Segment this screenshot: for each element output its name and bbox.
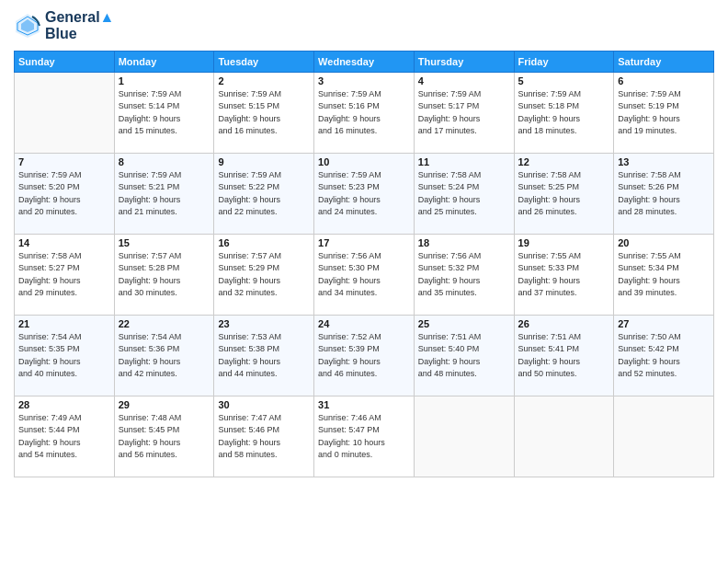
calendar-cell: 20Sunrise: 7:55 AMSunset: 5:34 PMDayligh… — [614, 234, 714, 315]
weekday-saturday: Saturday — [614, 51, 714, 72]
calendar-cell: 16Sunrise: 7:57 AMSunset: 5:29 PMDayligh… — [214, 234, 314, 315]
day-info: Sunrise: 7:52 AMSunset: 5:39 PMDaylight:… — [318, 331, 410, 381]
day-info: Sunrise: 7:59 AMSunset: 5:18 PMDaylight:… — [518, 88, 610, 138]
logo-text: General▲ Blue — [45, 9, 114, 43]
weekday-friday: Friday — [514, 51, 614, 72]
calendar-cell — [614, 396, 714, 477]
calendar-cell: 13Sunrise: 7:58 AMSunset: 5:26 PMDayligh… — [614, 153, 714, 234]
day-info: Sunrise: 7:58 AMSunset: 5:25 PMDaylight:… — [518, 169, 610, 219]
day-info: Sunrise: 7:47 AMSunset: 5:46 PMDaylight:… — [218, 412, 310, 462]
day-info: Sunrise: 7:59 AMSunset: 5:21 PMDaylight:… — [119, 169, 210, 219]
day-info: Sunrise: 7:55 AMSunset: 5:33 PMDaylight:… — [518, 250, 610, 300]
day-number: 30 — [218, 399, 310, 410]
logo: General▲ Blue — [14, 9, 114, 43]
day-info: Sunrise: 7:58 AMSunset: 5:26 PMDaylight:… — [618, 169, 710, 219]
day-info: Sunrise: 7:59 AMSunset: 5:17 PMDaylight:… — [418, 88, 510, 138]
calendar-cell: 25Sunrise: 7:51 AMSunset: 5:40 PMDayligh… — [414, 315, 514, 396]
day-info: Sunrise: 7:59 AMSunset: 5:14 PMDaylight:… — [119, 88, 210, 138]
day-info: Sunrise: 7:59 AMSunset: 5:22 PMDaylight:… — [218, 169, 310, 219]
day-number: 17 — [318, 237, 410, 248]
day-number: 2 — [218, 75, 310, 86]
calendar-cell: 31Sunrise: 7:46 AMSunset: 5:47 PMDayligh… — [314, 396, 415, 477]
calendar-cell: 7Sunrise: 7:59 AMSunset: 5:20 PMDaylight… — [15, 153, 115, 234]
day-number: 5 — [518, 75, 610, 86]
calendar-cell — [514, 396, 614, 477]
day-number: 15 — [119, 237, 210, 248]
day-info: Sunrise: 7:49 AMSunset: 5:44 PMDaylight:… — [18, 412, 110, 462]
day-info: Sunrise: 7:51 AMSunset: 5:41 PMDaylight:… — [518, 331, 610, 381]
day-number: 10 — [318, 156, 410, 167]
day-info: Sunrise: 7:59 AMSunset: 5:20 PMDaylight:… — [18, 169, 110, 219]
calendar-cell: 12Sunrise: 7:58 AMSunset: 5:25 PMDayligh… — [514, 153, 614, 234]
week-row-4: 21Sunrise: 7:54 AMSunset: 5:35 PMDayligh… — [15, 315, 714, 396]
day-number: 3 — [318, 75, 410, 86]
calendar-cell: 6Sunrise: 7:59 AMSunset: 5:19 PMDaylight… — [614, 72, 714, 153]
day-number: 25 — [418, 318, 510, 329]
calendar-cell: 28Sunrise: 7:49 AMSunset: 5:44 PMDayligh… — [15, 396, 115, 477]
calendar-table: SundayMondayTuesdayWednesdayThursdayFrid… — [14, 51, 714, 477]
calendar-page: General▲ Blue SundayMondayTuesdayWednesd… — [0, 0, 728, 563]
day-info: Sunrise: 7:58 AMSunset: 5:24 PMDaylight:… — [418, 169, 510, 219]
day-number: 1 — [119, 75, 210, 86]
calendar-cell: 29Sunrise: 7:48 AMSunset: 5:45 PMDayligh… — [114, 396, 214, 477]
calendar-cell: 3Sunrise: 7:59 AMSunset: 5:16 PMDaylight… — [314, 72, 415, 153]
calendar-cell: 26Sunrise: 7:51 AMSunset: 5:41 PMDayligh… — [514, 315, 614, 396]
day-number: 31 — [318, 399, 410, 410]
day-number: 7 — [18, 156, 110, 167]
weekday-tuesday: Tuesday — [214, 51, 314, 72]
calendar-cell: 30Sunrise: 7:47 AMSunset: 5:46 PMDayligh… — [214, 396, 314, 477]
weekday-wednesday: Wednesday — [314, 51, 415, 72]
week-row-1: 1Sunrise: 7:59 AMSunset: 5:14 PMDaylight… — [15, 72, 714, 153]
day-info: Sunrise: 7:54 AMSunset: 5:36 PMDaylight:… — [119, 331, 210, 381]
day-number: 24 — [318, 318, 410, 329]
day-number: 27 — [618, 318, 710, 329]
day-info: Sunrise: 7:56 AMSunset: 5:30 PMDaylight:… — [318, 250, 410, 300]
calendar-cell: 15Sunrise: 7:57 AMSunset: 5:28 PMDayligh… — [114, 234, 214, 315]
day-info: Sunrise: 7:53 AMSunset: 5:38 PMDaylight:… — [218, 331, 310, 381]
week-row-3: 14Sunrise: 7:58 AMSunset: 5:27 PMDayligh… — [15, 234, 714, 315]
calendar-cell: 24Sunrise: 7:52 AMSunset: 5:39 PMDayligh… — [314, 315, 415, 396]
calendar-cell: 21Sunrise: 7:54 AMSunset: 5:35 PMDayligh… — [15, 315, 115, 396]
calendar-cell: 23Sunrise: 7:53 AMSunset: 5:38 PMDayligh… — [214, 315, 314, 396]
calendar-cell: 9Sunrise: 7:59 AMSunset: 5:22 PMDaylight… — [214, 153, 314, 234]
day-info: Sunrise: 7:50 AMSunset: 5:42 PMDaylight:… — [618, 331, 710, 381]
day-info: Sunrise: 7:58 AMSunset: 5:27 PMDaylight:… — [18, 250, 110, 300]
day-number: 19 — [518, 237, 610, 248]
calendar-cell — [414, 396, 514, 477]
day-number: 29 — [119, 399, 210, 410]
day-info: Sunrise: 7:46 AMSunset: 5:47 PMDaylight:… — [318, 412, 410, 462]
day-number: 9 — [218, 156, 310, 167]
day-info: Sunrise: 7:57 AMSunset: 5:28 PMDaylight:… — [119, 250, 210, 300]
day-number: 6 — [618, 75, 710, 86]
day-number: 23 — [218, 318, 310, 329]
day-number: 26 — [518, 318, 610, 329]
weekday-monday: Monday — [114, 51, 214, 72]
calendar-cell: 10Sunrise: 7:59 AMSunset: 5:23 PMDayligh… — [314, 153, 415, 234]
calendar-cell: 18Sunrise: 7:56 AMSunset: 5:32 PMDayligh… — [414, 234, 514, 315]
day-number: 18 — [418, 237, 510, 248]
day-info: Sunrise: 7:59 AMSunset: 5:16 PMDaylight:… — [318, 88, 410, 138]
calendar-cell: 11Sunrise: 7:58 AMSunset: 5:24 PMDayligh… — [414, 153, 514, 234]
day-number: 20 — [618, 237, 710, 248]
day-info: Sunrise: 7:59 AMSunset: 5:23 PMDaylight:… — [318, 169, 410, 219]
day-info: Sunrise: 7:51 AMSunset: 5:40 PMDaylight:… — [418, 331, 510, 381]
day-number: 4 — [418, 75, 510, 86]
calendar-cell: 27Sunrise: 7:50 AMSunset: 5:42 PMDayligh… — [614, 315, 714, 396]
weekday-header-row: SundayMondayTuesdayWednesdayThursdayFrid… — [15, 51, 714, 72]
week-row-5: 28Sunrise: 7:49 AMSunset: 5:44 PMDayligh… — [15, 396, 714, 477]
day-number: 8 — [119, 156, 210, 167]
day-number: 13 — [618, 156, 710, 167]
day-info: Sunrise: 7:56 AMSunset: 5:32 PMDaylight:… — [418, 250, 510, 300]
weekday-sunday: Sunday — [15, 51, 115, 72]
day-number: 28 — [18, 399, 110, 410]
calendar-cell: 22Sunrise: 7:54 AMSunset: 5:36 PMDayligh… — [114, 315, 214, 396]
calendar-cell: 4Sunrise: 7:59 AMSunset: 5:17 PMDaylight… — [414, 72, 514, 153]
day-number: 12 — [518, 156, 610, 167]
day-info: Sunrise: 7:55 AMSunset: 5:34 PMDaylight:… — [618, 250, 710, 300]
calendar-cell: 14Sunrise: 7:58 AMSunset: 5:27 PMDayligh… — [15, 234, 115, 315]
calendar-cell: 19Sunrise: 7:55 AMSunset: 5:33 PMDayligh… — [514, 234, 614, 315]
header: General▲ Blue — [14, 9, 714, 43]
day-info: Sunrise: 7:57 AMSunset: 5:29 PMDaylight:… — [218, 250, 310, 300]
calendar-cell: 8Sunrise: 7:59 AMSunset: 5:21 PMDaylight… — [114, 153, 214, 234]
day-number: 22 — [119, 318, 210, 329]
